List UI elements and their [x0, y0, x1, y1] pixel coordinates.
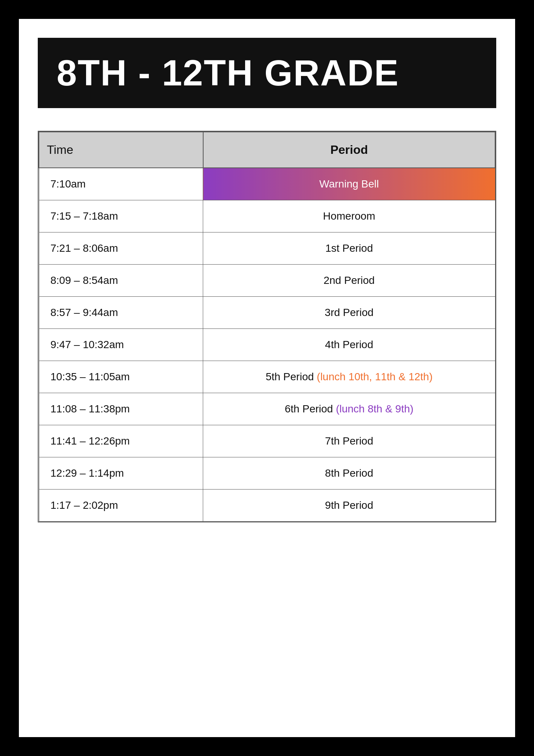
table-row: 12:29 – 1:14pm8th Period — [39, 457, 495, 490]
table-row: 8:09 – 8:54am2nd Period — [39, 265, 495, 297]
table-row: 8:57 – 9:44am3rd Period — [39, 297, 495, 329]
period-cell: 1st Period — [203, 232, 495, 265]
time-cell: 7:10am — [39, 168, 203, 200]
time-cell: 11:08 – 11:38pm — [39, 393, 203, 425]
page-title: 8TH - 12TH GRADE — [57, 52, 477, 94]
period-cell: 5th Period (lunch 10th, 11th & 12th) — [203, 361, 495, 393]
period-cell: 9th Period — [203, 490, 495, 522]
time-cell: 8:57 – 9:44am — [39, 297, 203, 329]
table-row: 11:08 – 11:38pm6th Period (lunch 8th & 9… — [39, 393, 495, 425]
lunch-note: (lunch 10th, 11th & 12th) — [317, 371, 433, 383]
period-cell: Homeroom — [203, 200, 495, 232]
period-cell: 2nd Period — [203, 265, 495, 297]
period-cell: Warning Bell — [203, 168, 495, 200]
time-cell: 1:17 – 2:02pm — [39, 490, 203, 522]
time-cell: 12:29 – 1:14pm — [39, 457, 203, 490]
table-row: 10:35 – 11:05am5th Period (lunch 10th, 1… — [39, 361, 495, 393]
table-row: 1:17 – 2:02pm9th Period — [39, 490, 495, 522]
period-cell: 3rd Period — [203, 297, 495, 329]
period-cell: 6th Period (lunch 8th & 9th) — [203, 393, 495, 425]
time-cell: 11:41 – 12:26pm — [39, 425, 203, 457]
page: 8TH - 12TH GRADE Time Period 7:10amWarni… — [19, 19, 515, 737]
table-row: 7:15 – 7:18amHomeroom — [39, 200, 495, 232]
period-cell: 7th Period — [203, 425, 495, 457]
time-cell: 10:35 – 11:05am — [39, 361, 203, 393]
time-cell: 9:47 – 10:32am — [39, 329, 203, 361]
table-header-row: Time Period — [39, 132, 495, 168]
schedule-table-container: Time Period 7:10amWarning Bell7:15 – 7:1… — [38, 131, 496, 522]
time-cell: 7:21 – 8:06am — [39, 232, 203, 265]
period-cell: 4th Period — [203, 329, 495, 361]
table-row: 9:47 – 10:32am4th Period — [39, 329, 495, 361]
time-column-header: Time — [39, 132, 203, 168]
time-cell: 8:09 – 8:54am — [39, 265, 203, 297]
lunch-note: (lunch 8th & 9th) — [336, 403, 413, 415]
table-row: 7:10amWarning Bell — [39, 168, 495, 200]
table-row: 7:21 – 8:06am1st Period — [39, 232, 495, 265]
table-row: 11:41 – 12:26pm7th Period — [39, 425, 495, 457]
period-column-header: Period — [203, 132, 495, 168]
schedule-table: Time Period 7:10amWarning Bell7:15 – 7:1… — [39, 132, 495, 522]
header: 8TH - 12TH GRADE — [38, 38, 496, 108]
time-cell: 7:15 – 7:18am — [39, 200, 203, 232]
period-cell: 8th Period — [203, 457, 495, 490]
